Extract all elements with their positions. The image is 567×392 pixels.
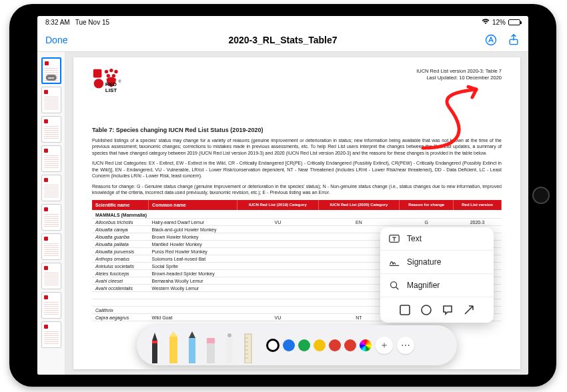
table-cell xyxy=(237,241,319,248)
table-cell: Social Sprite xyxy=(149,263,237,270)
menu-signature-label: Signature xyxy=(407,257,441,267)
table-cell: Black-and-gold Howler Monkey xyxy=(149,226,237,233)
status-bar: 8:32 AM Tue Nov 15 • • • 12% xyxy=(37,16,528,28)
markup-tool-tray: ＋ ⋯ xyxy=(137,325,457,365)
eraser-tool[interactable] xyxy=(203,327,218,363)
reasons-paragraph: Reasons for change: G - Genuine status c… xyxy=(92,183,502,196)
ipad-frame: 8:32 AM Tue Nov 15 • • • 12% Done 2020-3… xyxy=(9,4,556,387)
color-swatch[interactable] xyxy=(344,339,356,351)
color-swatch[interactable] xyxy=(329,339,341,351)
table-cell: Solomons Leaf-nosed Bat xyxy=(149,255,237,263)
svg-rect-2 xyxy=(93,69,102,78)
page-thumbnail[interactable] xyxy=(41,263,61,289)
pen-tool[interactable] xyxy=(147,327,162,363)
table-header: Scientific name xyxy=(92,200,149,210)
table-cell xyxy=(237,255,319,263)
thumbnail-rail[interactable]: ••• xyxy=(37,52,65,375)
page-thumbnail[interactable] xyxy=(41,233,61,260)
document-viewport[interactable]: RED LIST ® IUCN Red List version 2020-3:… xyxy=(65,52,528,375)
highlighter-tool[interactable] xyxy=(166,327,181,363)
table-cell: EN xyxy=(318,219,400,226)
table-heading: Table 7: Species changing IUCN Red List … xyxy=(92,127,502,133)
menu-signature[interactable]: Signature xyxy=(380,251,494,274)
table-cell: Alouatta caraya xyxy=(92,226,149,233)
color-swatch[interactable] xyxy=(298,339,310,351)
table-cell: Alouatta palliata xyxy=(92,241,149,248)
table-group: MAMMALS (Mammalia) xyxy=(92,210,502,219)
page-indicator-dots: • • • xyxy=(275,16,291,17)
color-palette xyxy=(266,339,372,352)
table-cell: VU xyxy=(237,314,319,321)
lasso-tool[interactable] xyxy=(222,327,237,363)
svg-rect-16 xyxy=(169,337,177,363)
home-button[interactable] xyxy=(532,187,550,204)
intro-paragraph: Published listings of a species' status … xyxy=(92,137,502,156)
table-cell xyxy=(237,270,319,277)
shape-circle[interactable] xyxy=(420,304,432,316)
status-time: 8:32 AM xyxy=(45,19,70,26)
table-cell: Ateles fusciceps xyxy=(92,270,149,277)
markup-icon[interactable] xyxy=(484,33,498,47)
svg-rect-19 xyxy=(207,338,215,343)
table-cell xyxy=(237,285,319,292)
magnifier-icon xyxy=(388,279,400,291)
table-cell xyxy=(237,299,319,307)
menu-text[interactable]: Text xyxy=(380,227,494,251)
page-thumbnail[interactable] xyxy=(41,116,61,143)
battery-icon xyxy=(508,19,520,25)
table-cell: Brown-headed Spider Monkey xyxy=(149,270,237,277)
categories-paragraph: IUCN Red List Categories: EX - Extinct, … xyxy=(92,160,502,179)
battery-text: 12% xyxy=(492,19,506,26)
text-icon xyxy=(388,233,400,245)
page-thumbnail[interactable] xyxy=(41,204,61,231)
page-thumbnail[interactable] xyxy=(41,145,61,172)
table-cell: Allocebus trichotis xyxy=(92,219,149,226)
svg-point-7 xyxy=(107,74,110,77)
ruler-tool[interactable] xyxy=(241,327,255,363)
shape-square[interactable] xyxy=(399,304,411,316)
svg-point-21 xyxy=(227,333,231,337)
table-header: IUCN Red List (2020) Category xyxy=(318,200,400,210)
meta-version: IUCN Red List version 2020-3: Table 7 xyxy=(416,68,502,75)
table-cell xyxy=(92,292,149,299)
page-thumbnail[interactable] xyxy=(41,175,61,201)
pencil-tool[interactable] xyxy=(185,327,199,363)
menu-magnifier[interactable]: Magnifier xyxy=(380,274,494,297)
shape-speech[interactable] xyxy=(442,304,454,316)
page-content: RED LIST ® IUCN Red List version 2020-3:… xyxy=(73,57,520,369)
table-header: IUCN Red List (2019) Category xyxy=(237,200,319,210)
more-button[interactable]: ⋯ xyxy=(397,337,414,354)
done-button[interactable]: Done xyxy=(45,35,67,45)
table-header: Reason for change xyxy=(400,200,454,210)
table-cell: Brown Howler Monkey xyxy=(149,233,237,241)
red-list-logo: RED LIST ® xyxy=(92,68,128,105)
svg-text:®: ® xyxy=(119,79,121,83)
menu-magnifier-label: Magnifier xyxy=(407,281,440,290)
page-thumbnail[interactable] xyxy=(41,292,61,319)
nav-bar: Done 2020-3_RL_Stats_Table7 xyxy=(37,28,528,52)
table-cell: Callithrix xyxy=(92,307,149,314)
table-cell: 2020-3 xyxy=(454,219,502,226)
svg-text:LIST: LIST xyxy=(105,87,117,93)
add-button[interactable]: ＋ xyxy=(376,337,393,354)
add-menu-popup: Text Signature Magnifier xyxy=(380,227,494,323)
page-thumbnail[interactable] xyxy=(41,321,61,348)
wifi-icon xyxy=(482,18,490,26)
menu-text-label: Text xyxy=(407,234,422,243)
svg-rect-22 xyxy=(245,334,251,363)
table-cell: Arielulus societatis xyxy=(92,263,149,270)
table-cell: Mantled Howler Monkey xyxy=(149,241,237,248)
table-header: Common name xyxy=(149,200,237,210)
table-cell: G xyxy=(400,219,454,226)
color-selected[interactable] xyxy=(266,339,279,352)
svg-point-8 xyxy=(112,74,115,77)
color-swatch[interactable] xyxy=(283,339,295,351)
color-swatch[interactable] xyxy=(314,339,326,351)
table-cell: Wild Goat xyxy=(149,314,237,321)
share-icon[interactable] xyxy=(507,33,520,47)
page-thumbnail[interactable] xyxy=(41,87,61,113)
page-thumbnail[interactable]: ••• xyxy=(41,57,61,84)
shape-arrow[interactable] xyxy=(463,304,475,316)
color-picker[interactable] xyxy=(360,339,372,351)
svg-text:RED: RED xyxy=(105,81,117,87)
